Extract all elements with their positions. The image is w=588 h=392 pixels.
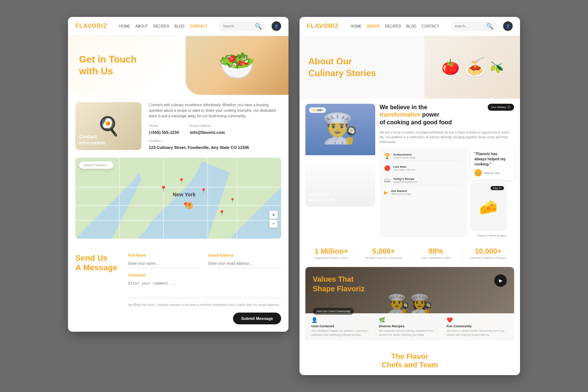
stat-number-chefs: 5,000+ [358,247,409,255]
avatar-contact[interactable]: 👤 [272,21,281,31]
submit-message-button[interactable]: Submit Message [233,313,281,324]
svg-text:📍: 📍 [200,188,207,194]
stat-number-satisfaction: 98% [410,247,462,255]
stat-label-users: Registered Flavoriz Users [305,256,357,260]
reviews-badge: ⭐ 150+ [309,107,326,113]
search-input-contact[interactable] [223,24,252,28]
chef-image-box: 👨‍🍳 ⭐ 150+ Cook with Master Chefs [305,104,375,207]
logo-suffix: VORIZ [87,23,107,29]
email-address-input[interactable] [208,259,281,268]
contact-page: FLAVORIZ HOME ABOUT RECIPES BLOG CONTACT… [68,17,288,332]
chef-visual: 👨‍🍳 [305,104,375,207]
fun-community-title: Fun Community [447,324,508,328]
svg-text:📍: 📍 [230,197,235,203]
zoom-out-button[interactable]: − [269,220,277,228]
grater-box: 🧀 Step #1 [470,183,507,231]
feature-cards-col: 🏆 Achievement Cook 3 foods today 🔴 Live … [380,148,467,237]
location-value: 123 Culinary Street, Foodieville, Any St… [149,145,249,150]
nav-contact-link[interactable]: CONTACT [190,24,207,28]
fun-community-desc: We foster a vibrant foodie community whe… [447,329,508,337]
achievement-sub: Cook 3 foods today [393,156,415,159]
location-label: Location [149,139,281,143]
nav-search-contact[interactable]: 🔍 [219,21,266,31]
full-name-group: Full Name [128,253,201,268]
stat-label-recipes: Officially Published Recipes [462,256,514,260]
form-consent-text: By filling this form, I hereby consent t… [128,303,281,308]
hero-food-image: 🥗 [186,36,288,95]
nav-search-about[interactable]: 🔍 [451,21,497,31]
avatar-about[interactable]: 👤 [503,21,513,31]
contact-form-section: Send Us A Message Full Name Email Addres… [68,246,288,332]
nav-blog[interactable]: BLOG [175,24,185,28]
contact-description: Connect with culinary excellence effortl… [149,102,281,119]
form-submit-row: Submit Message [128,313,281,324]
svg-text:📍: 📍 [219,210,225,216]
nav-home[interactable]: HOME [119,24,130,28]
comment-textarea[interactable] [128,279,281,297]
phone-value: (+555) 555-1234 [149,130,179,135]
email-value: info@flavoriz.com [190,130,225,135]
testimony-name: Hayree Tan [484,171,500,175]
live-now-card: 🔴 Live Now Chef Mark Johnson [384,164,463,173]
diverse-recipes-title: Diverse Recipes [379,324,441,328]
hero-line2: with [79,65,98,76]
about-heading: About Our Culinary Stories [308,56,376,78]
search-input-about[interactable] [455,24,484,28]
logo-about: FLAVORIZ [307,23,339,29]
logo-contact: FLAVORIZ [75,23,107,29]
nav2-contact[interactable]: CONTACT [422,24,439,28]
team-heading: The Flavor Chefs and Team [305,352,514,369]
hero-span: Us [101,65,113,76]
right-col: "Flavoriz has always helped my cooking."… [470,148,514,237]
feature-cards-list: 🏆 Achievement Cook 3 foods today 🔴 Live … [384,152,463,197]
get-started-card: ▶ Get Started Share your recipe [384,188,463,197]
zoom-in-button[interactable]: + [269,211,277,219]
belief-heading-area: We believe in the transformative power o… [380,104,514,126]
values-text: Values That Shape Flavoriz [313,274,365,293]
svg-text:📍: 📍 [178,178,185,184]
map-search-bar[interactable]: Search location... [79,161,114,169]
contact-fields: Phone (+555) 555-1234 Email Address info… [149,124,281,135]
nav2-about[interactable]: ABOUT [367,24,380,28]
easy-label: Easy to follow recipes [470,234,514,237]
hero-line1: Get in Touch [79,54,137,65]
history-badge[interactable]: Our History ⓘ [488,104,514,111]
nav-contact: FLAVORIZ HOME ABOUT RECIPES BLOG CONTACT… [68,17,288,36]
fun-community-icon: ❤️ [447,317,508,323]
achievement-card: 🏆 Achievement Cook 3 foods today [384,152,463,161]
email-group: Email Address info@flavoriz.com [190,124,225,135]
full-name-input[interactable] [128,259,201,268]
logo2-suffix: VORIZ [319,23,339,29]
nav2-home[interactable]: HOME [351,24,362,28]
nav-recipes[interactable]: RECIPES [153,24,169,28]
user-centered-icon: 👤 [311,317,373,323]
map-zoom-controls: + − [269,211,277,228]
stat-label-satisfaction: User Satisfaction Rate [410,256,462,260]
about-hero-text: About Our Culinary Stories [308,56,376,78]
nav2-blog[interactable]: BLOG [406,24,416,28]
logo2-prefix: FLA [307,23,319,29]
value-card-fun-community: ❤️ Fun Community We foster a vibrant foo… [447,317,508,337]
location-group: Location 123 Culinary Street, Foodievill… [149,139,281,150]
nav2-recipes[interactable]: RECIPES [385,24,401,28]
stat-number-recipes: 10,000+ [462,247,514,255]
get-started-sub: Share your recipe [391,193,411,195]
email-address-label: Email Address [208,253,281,257]
get-started-title: Get Started [391,189,411,193]
nav-links-about: HOME ABOUT RECIPES BLOG CONTACT [345,24,445,28]
form-name-email-row: Full Name Email Address [128,253,281,268]
comment-group: Comment [128,273,281,299]
map-container[interactable]: New York 📍 📍 📍 📍 📍 📍 📍 Search location..… [75,158,281,239]
contact-image-label: Contact Information [79,134,105,146]
join-community-button[interactable]: Join Our Chef Community [313,308,354,315]
phone-label: Phone [149,124,179,128]
about-food-image: 🍅 🍝 🫒 [424,36,520,99]
testimony-card: "Flavoriz has always helped my cooking."… [470,148,514,180]
belief-content-col: We believe in the transformative power o… [380,104,514,238]
about-hero: About Our Culinary Stories 🍅 🍝 🫒 [300,36,520,99]
stats-section: 1 Million+ Registered Flavoriz Users 5,0… [300,240,520,267]
live-info: Live Now Chef Mark Johnson [393,165,416,171]
nav-about[interactable]: ABOUT [135,24,148,28]
nav-about: FLAVORIZ HOME ABOUT RECIPES BLOG CONTACT… [300,17,520,36]
achievement-info: Achievement Cook 3 foods today [393,153,415,159]
